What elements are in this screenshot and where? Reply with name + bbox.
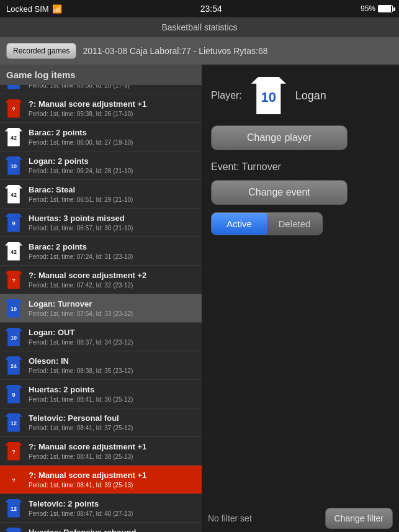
- list-item[interactable]: 42 Barac: Steal Period: 1st, time: 06:51…: [0, 180, 202, 209]
- status-left: Locked SIM 📶: [6, 4, 62, 14]
- log-sub-text: Period: 1st, time: 08:41, Id: 39 (25-13): [29, 481, 199, 489]
- jersey-number: 9: [12, 220, 15, 227]
- log-sub-text: Period: 1st, time: 07:42, Id: 32 (23-12): [29, 281, 199, 289]
- wifi-icon: 📶: [52, 4, 62, 14]
- jersey-badge: 24: [4, 354, 24, 377]
- list-item[interactable]: 9 Huertas: 2 points Period: 1st, time: 0…: [0, 380, 202, 408]
- list-item[interactable]: ? ?: Manual score adjustment +2 Period: …: [0, 266, 202, 294]
- player-section: Player: 10 Logan: [211, 77, 390, 114]
- jersey-number: 10: [11, 335, 17, 341]
- log-main-text: Logan: OUT: [29, 328, 199, 338]
- player-name: Logan: [295, 89, 326, 102]
- list-item[interactable]: 10 Logan: OUT Period: 1st, time: 08:37, …: [0, 323, 202, 351]
- log-main-text: Teletovic: 2 points: [29, 499, 199, 510]
- jersey-number: ?: [12, 277, 16, 284]
- list-item[interactable]: ? ?: Manual score adjustment +1 Period: …: [0, 94, 202, 123]
- jersey-shape-large: 10: [251, 77, 286, 114]
- log-text: ?: Manual score adjustment +1 Period: 1s…: [27, 437, 202, 465]
- left-panel: Game log items 10 Logan: Personal foul P…: [0, 65, 202, 532]
- log-list[interactable]: 10 Logan: Personal foul Period: 1st, tim…: [0, 85, 202, 532]
- log-text: Huertas: 2 points Period: 1st, time: 08:…: [27, 380, 202, 408]
- log-sub-text: Period: 1st, time: 08:47, Id: 40 (27-13): [29, 510, 199, 518]
- recorded-games-button[interactable]: Recorded games: [6, 43, 76, 59]
- game-title: 2011-03-08 Caja Laboral:77 - Lietuvos Ry…: [83, 46, 267, 56]
- list-item[interactable]: 10 Logan: Turnover Period: 1st, time: 07…: [0, 294, 202, 323]
- player-label: Player:: [211, 90, 242, 101]
- list-item[interactable]: 9 Huertas: 3 points missed Period: 1st, …: [0, 209, 202, 237]
- battery-icon: [378, 5, 393, 12]
- log-sub-text: Period: 1st, time: 06:51, Id: 29 (21-10): [29, 196, 199, 204]
- list-item[interactable]: 10 Logan: Personal foul Period: 1st, tim…: [0, 85, 202, 94]
- log-sub-text: Period: 1st, time: 08:41, Id: 37 (25-12): [29, 424, 199, 432]
- status-time: 23:54: [200, 4, 222, 14]
- log-sub-text: Period: 1st, time: 08:37, Id: 34 (23-12): [29, 338, 199, 346]
- jersey-badge: ?: [4, 440, 24, 462]
- jersey-badge: 9: [4, 525, 24, 532]
- jersey-badge: 10: [4, 325, 24, 348]
- change-filter-button[interactable]: Change filter: [325, 508, 393, 529]
- log-sub-text: Period: 1st, time: 08:41, Id: 36 (25-12): [29, 395, 199, 404]
- log-main-text: Logan: 2 points: [29, 156, 199, 167]
- list-item[interactable]: 9 Huertas: Defensive rebound Period: 1st…: [0, 523, 202, 532]
- log-text: ?: Manual score adjustment +1 Period: 1s…: [27, 94, 202, 122]
- list-item[interactable]: 42 Barac: 2 points Period: 1st, time: 06…: [0, 123, 202, 151]
- log-text: Teletovic: Personal foul Period: 1st, ti…: [27, 408, 202, 436]
- jersey-badge: 10: [4, 154, 24, 177]
- toggle-active[interactable]: Active: [212, 213, 267, 235]
- log-text: Huertas: 3 points missed Period: 1st, ti…: [27, 209, 202, 237]
- status-toggle[interactable]: Active Deleted: [211, 212, 323, 235]
- jersey-number: 24: [11, 363, 17, 369]
- bottom-bar: No filter set Change filter: [202, 505, 399, 532]
- list-item[interactable]: 24 Oleson: IN Period: 1st, time: 08:38, …: [0, 351, 202, 380]
- jersey-number: 42: [11, 135, 17, 141]
- log-sub-text: Period: 1st, time: 05:38, Id: 25 (17-9): [29, 85, 199, 89]
- log-main-text: Barac: 2 points: [29, 128, 199, 138]
- log-main-text: Barac: 2 points: [29, 242, 199, 253]
- log-main-text: Logan: Turnover: [29, 299, 199, 310]
- log-main-text: Huertas: Defensive rebound: [29, 528, 199, 532]
- list-item[interactable]: 10 Logan: 2 points Period: 1st, time: 06…: [0, 151, 202, 180]
- log-main-text: Teletovic: Personal foul: [29, 413, 199, 424]
- carrier-label: Locked SIM: [6, 4, 49, 14]
- change-player-button[interactable]: Change player: [211, 125, 347, 150]
- log-text: Teletovic: 2 points Period: 1st, time: 0…: [27, 494, 202, 522]
- log-text: Logan: Turnover Period: 1st, time: 07:54…: [27, 294, 202, 322]
- log-text: Huertas: Defensive rebound Period: 1st, …: [27, 523, 202, 532]
- jersey-badge: ?: [4, 97, 24, 120]
- list-item[interactable]: 42 Barac: 2 points Period: 1st, time: 07…: [0, 237, 202, 266]
- jersey-number: 10: [11, 306, 17, 312]
- player-number: 10: [261, 89, 276, 106]
- log-main-text: Barac: Steal: [29, 185, 199, 196]
- log-sub-text: Period: 1st, time: 08:41, Id: 38 (25-13): [29, 453, 199, 461]
- log-sub-text: Period: 1st, time: 08:38, Id: 35 (23-12): [29, 367, 199, 375]
- app-title: Basketball statistics: [161, 22, 237, 32]
- list-item[interactable]: 12 Teletovic: 2 points Period: 1st, time…: [0, 494, 202, 523]
- jersey-badge: 10: [4, 297, 24, 320]
- jersey-badge: ?: [4, 268, 24, 291]
- log-main-text: Huertas: 3 points missed: [29, 214, 199, 224]
- game-log-header: Game log items: [0, 65, 202, 85]
- jersey-number: 42: [11, 249, 17, 255]
- jersey-number: ?: [12, 449, 16, 455]
- list-item[interactable]: ? ?: Manual score adjustment +1 Period: …: [0, 437, 202, 466]
- title-bar: Basketball statistics: [0, 17, 399, 37]
- jersey-badge: 12: [4, 411, 24, 434]
- list-item[interactable]: ? ?: Manual score adjustment +1 Period: …: [0, 466, 202, 494]
- log-sub-text: Period: 1st, time: 06:00, Id: 27 (19-10): [29, 138, 199, 147]
- jersey-badge: 10: [4, 85, 24, 91]
- log-text: Barac: 2 points Period: 1st, time: 07:24…: [27, 237, 202, 265]
- change-event-button[interactable]: Change event: [211, 180, 347, 205]
- toggle-deleted[interactable]: Deleted: [267, 213, 322, 235]
- jersey-badge: 9: [4, 211, 24, 234]
- log-text: ?: Manual score adjustment +1 Period: 1s…: [27, 466, 202, 494]
- jersey-number: 12: [11, 420, 17, 426]
- jersey-badge: 9: [4, 382, 24, 405]
- log-main-text: Oleson: IN: [29, 356, 199, 367]
- log-sub-text: Period: 1st, time: 07:54, Id: 33 (23-12): [29, 310, 199, 318]
- log-text: ?: Manual score adjustment +2 Period: 1s…: [27, 266, 202, 294]
- log-text: Oleson: IN Period: 1st, time: 08:38, Id:…: [27, 351, 202, 379]
- jersey-number: 9: [12, 392, 15, 398]
- jersey-badge: ?: [4, 468, 24, 491]
- list-item[interactable]: 12 Teletovic: Personal foul Period: 1st,…: [0, 408, 202, 437]
- log-text: Barac: Steal Period: 1st, time: 06:51, I…: [27, 180, 202, 208]
